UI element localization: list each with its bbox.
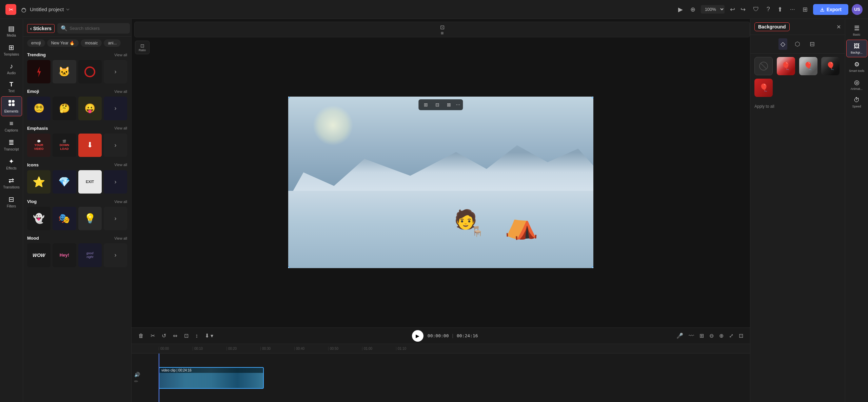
user-avatar[interactable]: US bbox=[852, 4, 863, 15]
video-track[interactable]: video clip | 00:24:16 bbox=[159, 367, 264, 389]
undo-btn[interactable]: ↩ bbox=[728, 4, 737, 15]
help-btn[interactable]: ? bbox=[765, 4, 772, 15]
bg-swatch-balloon4[interactable]: 🎈 bbox=[754, 79, 773, 97]
sticker-trending-next[interactable]: › bbox=[104, 60, 127, 83]
timeline-delete-btn[interactable]: 🗑 bbox=[137, 331, 145, 340]
tag-mosaic[interactable]: mosaic bbox=[81, 39, 102, 47]
back-to-stickers-btn[interactable]: ‹ Stickers bbox=[27, 24, 55, 33]
timeline-transform-btn[interactable]: ↕ bbox=[194, 331, 199, 340]
canvas-btn-1[interactable]: ⊞ bbox=[421, 101, 431, 109]
far-sidebar-basic[interactable]: ☰ Basic bbox=[846, 22, 867, 39]
sidebar-item-transcript[interactable]: ≣ Transcript bbox=[1, 136, 22, 154]
sidebar-item-media[interactable]: ▤ Media bbox=[1, 22, 22, 40]
bg-type-image-btn[interactable]: ⊟ bbox=[808, 38, 817, 50]
emoji-view-all[interactable]: View all bbox=[114, 89, 127, 94]
sticker-vlog-3[interactable]: 💡 bbox=[78, 207, 102, 230]
sidebar-item-audio[interactable]: ♪ Audio bbox=[1, 60, 22, 78]
fullscreen-tl-btn[interactable]: ⤢ bbox=[728, 331, 735, 340]
sticker-icon-star[interactable]: ⭐ bbox=[27, 170, 51, 194]
bg-swatch-balloon2[interactable]: 🎈 bbox=[799, 57, 817, 75]
split-audio-btn[interactable]: ⊞ bbox=[698, 331, 705, 340]
far-sidebar-speed[interactable]: ⏱ Speed bbox=[846, 94, 867, 111]
search-input[interactable] bbox=[70, 26, 126, 31]
sticker-mood-hey[interactable]: Hey! bbox=[53, 243, 76, 267]
timeline-crop-btn[interactable]: ⊡ bbox=[183, 331, 190, 340]
sticker-emoji-1[interactable]: 😵‍💫 bbox=[27, 97, 51, 120]
fit-tl-btn[interactable]: ⊡ bbox=[737, 331, 745, 340]
sidebar-item-templates[interactable]: ⊞ Templates bbox=[1, 41, 22, 59]
sticker-icon-next[interactable]: › bbox=[104, 170, 127, 194]
sticker-trending-3[interactable] bbox=[78, 60, 102, 83]
more-options-btn[interactable]: ··· bbox=[788, 4, 797, 15]
sidebar-item-filters[interactable]: ⊟ Filters bbox=[1, 193, 22, 211]
icons-view-all[interactable]: View all bbox=[114, 163, 127, 167]
project-name[interactable]: Untitled project bbox=[30, 6, 70, 12]
sticker-vlog-ghost[interactable]: 👻 bbox=[27, 207, 51, 230]
timeline-loop-btn[interactable]: ↺ bbox=[160, 331, 167, 340]
sidebar-item-effects[interactable]: ✦ Effects bbox=[1, 155, 22, 173]
export-btn[interactable]: Export bbox=[813, 4, 848, 15]
sidebar-item-text[interactable]: T Text bbox=[1, 78, 22, 96]
canvas-btn-3[interactable]: ⊠ bbox=[444, 101, 454, 109]
play-btn[interactable]: ▶ bbox=[412, 330, 423, 342]
bg-swatch-balloon3[interactable]: 🎈 bbox=[821, 57, 840, 75]
zoom-in-tl-btn[interactable]: ⊕ bbox=[718, 331, 725, 340]
sticker-emphasis-next[interactable]: › bbox=[104, 134, 127, 157]
zoom-selector[interactable]: 100% 75% 50% bbox=[701, 5, 725, 14]
vlog-view-all[interactable]: View all bbox=[114, 200, 127, 204]
sidebar-item-transitions[interactable]: ⇄ Transitions bbox=[1, 174, 22, 192]
share-btn[interactable]: ⬆ bbox=[775, 4, 785, 15]
sticker-vlog-next[interactable]: › bbox=[104, 207, 127, 230]
sticker-icon-gem[interactable]: 💎 bbox=[53, 170, 76, 194]
far-sidebar-smart-tools[interactable]: ⚙ Smart tools bbox=[846, 58, 867, 75]
snow-ground bbox=[288, 191, 593, 268]
trending-view-all[interactable]: View all bbox=[114, 53, 127, 57]
sticker-emphasis-3[interactable]: ⬇ bbox=[78, 134, 102, 157]
sticker-emoji-next[interactable]: › bbox=[104, 97, 127, 120]
play-preview-btn[interactable]: ▶ bbox=[676, 4, 685, 15]
sticker-icon-exit[interactable]: EXIT bbox=[78, 170, 102, 194]
sticker-trending-2[interactable]: 🐱 bbox=[53, 60, 76, 83]
zoom-out-tl-btn[interactable]: ⊖ bbox=[708, 331, 715, 340]
svg-line-10 bbox=[761, 63, 766, 69]
bg-type-shape-btn[interactable]: ⬡ bbox=[793, 38, 802, 50]
emphasis-view-all[interactable]: View all bbox=[114, 126, 127, 130]
bg-swatch-balloon1[interactable]: 🎈 bbox=[777, 57, 795, 75]
tag-emoji[interactable]: emoji bbox=[27, 39, 45, 47]
layout-btn[interactable]: ⊞ bbox=[801, 4, 810, 15]
timeline-export-btn[interactable]: ⬇ ▾ bbox=[203, 331, 215, 340]
sticker-emphasis-1[interactable]: 💬YOURVIDEO bbox=[27, 134, 51, 157]
apply-all-btn[interactable]: Apply to all bbox=[754, 104, 774, 109]
sticker-mood-wow[interactable]: WOW bbox=[27, 243, 51, 267]
shield-icon-btn[interactable]: 🛡 bbox=[751, 4, 761, 15]
sticker-emoji-3[interactable]: 😛 bbox=[78, 97, 102, 120]
timeline-flip-btn[interactable]: ⇔ bbox=[172, 331, 179, 340]
bg-type-solid-btn[interactable]: ◇ bbox=[778, 38, 787, 50]
ratio-badge[interactable]: ⊡ ⊞ bbox=[134, 22, 750, 37]
sticker-trending-1[interactable] bbox=[27, 60, 51, 83]
sidebar-item-elements[interactable]: Elements bbox=[1, 96, 22, 116]
sticker-vlog-2[interactable]: 🎭 bbox=[53, 207, 76, 230]
mic-btn[interactable]: 🎤 bbox=[675, 331, 685, 340]
redo-btn[interactable]: ↪ bbox=[738, 4, 748, 15]
sidebar-item-captions[interactable]: ≡ Captions bbox=[1, 117, 22, 135]
preview-settings-btn[interactable]: ⊕ bbox=[688, 4, 697, 15]
close-panel-btn[interactable]: ✕ bbox=[836, 24, 841, 30]
handle-bottom-right[interactable] bbox=[592, 266, 593, 268]
ratio-float-btn[interactable]: ⊡ Ratio bbox=[135, 41, 150, 54]
canvas-more-btn[interactable]: ··· bbox=[456, 101, 460, 109]
mood-view-all[interactable]: View all bbox=[114, 236, 127, 240]
sticker-mood-next[interactable]: › bbox=[104, 243, 127, 267]
sticker-mood-goodnight[interactable]: goodnight bbox=[78, 243, 102, 267]
timeline-split-btn[interactable]: ✂ bbox=[149, 331, 156, 340]
sticker-emoji-2[interactable]: 🤔 bbox=[53, 97, 76, 120]
tag-newyear[interactable]: New Year 🔥 bbox=[47, 39, 79, 47]
canvas-btn-2[interactable]: ⊟ bbox=[433, 101, 442, 109]
bg-swatch-none[interactable] bbox=[754, 57, 773, 75]
background-tab[interactable]: Background bbox=[754, 22, 790, 31]
sticker-emphasis-2[interactable]: 🎬DOWNLOAD bbox=[53, 134, 76, 157]
audio-wave-btn[interactable]: 〰 bbox=[687, 331, 695, 340]
far-sidebar-animate[interactable]: ◎ Animat... bbox=[846, 76, 867, 93]
far-sidebar-background[interactable]: 🖼 Backgr... bbox=[846, 40, 867, 57]
tag-ani[interactable]: ani... bbox=[104, 39, 121, 47]
